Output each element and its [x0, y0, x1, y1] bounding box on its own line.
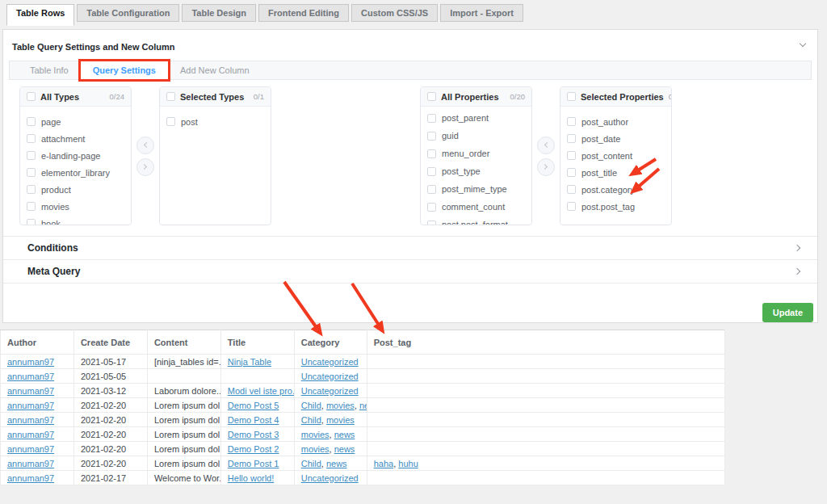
transfer-item-post-date[interactable]: post_date	[560, 130, 671, 147]
cell-link-annuman97[interactable]: annuman97	[7, 386, 54, 396]
tab-custom-css-js[interactable]: Custom CSS/JS	[351, 4, 438, 22]
cell-link-news[interactable]: news	[334, 430, 355, 439]
cell-link-modi-vel-iste-pro[interactable]: Modi vel iste pro...	[228, 386, 294, 396]
select-all-checkbox[interactable]	[427, 92, 436, 101]
update-button[interactable]: Update	[762, 303, 813, 322]
cell-link-uncategorized[interactable]: Uncategorized	[301, 357, 359, 367]
transfer-item-guid[interactable]: guid	[421, 127, 531, 145]
checkbox[interactable]	[567, 185, 576, 194]
checkbox[interactable]	[427, 203, 436, 212]
move-left-button[interactable]	[537, 136, 555, 154]
checkbox[interactable]	[427, 114, 436, 123]
cell-link-annuman97[interactable]: annuman97	[7, 357, 54, 367]
table-row: annuman972021-02-20Lorem ipsum dol...Dem…	[1, 398, 725, 413]
transfer-item-comment-count[interactable]: comment_count	[421, 198, 531, 216]
collapse-chevron-icon[interactable]	[800, 40, 806, 47]
checkbox[interactable]	[166, 117, 175, 126]
cell-link-annuman97[interactable]: annuman97	[7, 444, 54, 454]
cell-link-ninja-table[interactable]: Ninja Table	[228, 357, 271, 367]
cell-link-uncategorized[interactable]: Uncategorized	[301, 372, 359, 381]
cell-link-annuman97[interactable]: annuman97	[7, 459, 54, 468]
checkbox[interactable]	[27, 185, 36, 194]
transfer-item-attachment[interactable]: attachment	[20, 130, 131, 147]
checkbox[interactable]	[27, 117, 36, 126]
checkbox[interactable]	[567, 168, 576, 177]
transfer-item-post-author[interactable]: post_author	[560, 113, 671, 130]
checkbox[interactable]	[567, 134, 576, 143]
checkbox[interactable]	[27, 202, 36, 211]
transfer-item-post-post-format[interactable]: post.post_format	[421, 216, 531, 225]
transfer-item-book[interactable]: book	[20, 215, 131, 225]
cell-link-annuman97[interactable]: annuman97	[7, 401, 54, 410]
checkbox[interactable]	[567, 151, 576, 160]
checkbox[interactable]	[27, 134, 36, 143]
cell-link-movies[interactable]: movies	[301, 430, 330, 439]
cell-link-annuman97[interactable]: annuman97	[7, 430, 54, 439]
transfer-item-product[interactable]: product	[20, 181, 131, 198]
tab-frontend-editing[interactable]: Frontend Editing	[258, 4, 349, 22]
cell-link-demo-post-3[interactable]: Demo Post 3	[228, 430, 279, 439]
cell-link-movies[interactable]: movies	[326, 401, 355, 410]
cell-link-annuman97[interactable]: annuman97	[7, 372, 54, 381]
cell-link-child[interactable]: Child	[301, 415, 321, 425]
transfer-item-menu-order[interactable]: menu_order	[421, 145, 531, 162]
transfer-item-post-parent[interactable]: post_parent	[421, 109, 531, 127]
transfer-item-label: post_mime_type	[442, 184, 507, 194]
tab-table-configuration[interactable]: Table Configuration	[77, 4, 179, 22]
cell-link-annuman97[interactable]: annuman97	[7, 415, 54, 425]
cell-link-demo-post-2[interactable]: Demo Post 2	[228, 444, 279, 454]
sub-tab-add-new-column[interactable]: Add New Column	[168, 61, 262, 79]
select-all-checkbox[interactable]	[27, 92, 36, 101]
move-left-button[interactable]	[136, 136, 154, 154]
meta-query-section[interactable]: Meta Query	[3, 260, 817, 284]
checkbox[interactable]	[27, 168, 36, 177]
cell-link-uncategorized[interactable]: Uncategorized	[301, 473, 359, 483]
tab-table-design[interactable]: Table Design	[182, 4, 256, 22]
cell-link-ne[interactable]: ne...	[359, 401, 367, 410]
cell-link-haha[interactable]: haha	[374, 459, 393, 468]
cell-link-demo-post-1[interactable]: Demo Post 1	[228, 459, 279, 468]
checkbox[interactable]	[427, 220, 436, 226]
cell-link-annuman97[interactable]: annuman97	[7, 473, 54, 483]
transfer-item-elementor-library[interactable]: elementor_library	[20, 164, 131, 181]
cell-link-child[interactable]: Child	[301, 401, 321, 410]
transfer-item-post-content[interactable]: post_content	[560, 147, 671, 164]
move-right-button[interactable]	[537, 158, 555, 176]
conditions-section[interactable]: Conditions	[3, 237, 817, 260]
cell-link-demo-post-5[interactable]: Demo Post 5	[228, 401, 279, 410]
cell-title: Demo Post 3	[220, 427, 294, 442]
sub-tab-table-info[interactable]: Table Info	[18, 61, 81, 79]
cell-link-child[interactable]: Child	[301, 459, 321, 468]
checkbox[interactable]	[427, 132, 436, 141]
checkbox[interactable]	[567, 202, 576, 211]
transfer-item-post-category[interactable]: post.category	[560, 181, 671, 198]
checkbox[interactable]	[427, 185, 436, 194]
tab-import-export[interactable]: Import - Export	[440, 4, 523, 22]
transfer-item-post-post-tag[interactable]: post.post_tag	[560, 198, 671, 215]
transfer-item-page[interactable]: page	[20, 113, 131, 130]
transfer-item-post-type[interactable]: post_type	[421, 162, 531, 180]
select-all-checkbox[interactable]	[567, 92, 576, 101]
transfer-item-e-landing-page[interactable]: e-landing-page	[20, 147, 131, 164]
cell-link-demo-post-4[interactable]: Demo Post 4	[228, 415, 279, 425]
cell-link-huhu[interactable]: huhu	[398, 459, 418, 468]
tab-table-rows[interactable]: Table Rows	[6, 4, 74, 26]
checkbox[interactable]	[427, 149, 436, 158]
cell-link-news[interactable]: news	[334, 444, 355, 454]
checkbox[interactable]	[27, 151, 36, 160]
transfer-item-post-title[interactable]: post_title	[560, 164, 671, 181]
transfer-item-post-mime-type[interactable]: post_mime_type	[421, 180, 531, 198]
checkbox[interactable]	[427, 167, 436, 176]
cell-link-uncategorized[interactable]: Uncategorized	[301, 386, 359, 396]
cell-link-movies[interactable]: movies	[326, 415, 355, 425]
select-all-checkbox[interactable]	[166, 92, 175, 101]
transfer-item-post[interactable]: post	[160, 113, 271, 130]
sub-tab-query-settings[interactable]: Query Settings	[81, 61, 168, 79]
transfer-item-movies[interactable]: movies	[20, 198, 131, 215]
checkbox[interactable]	[567, 117, 576, 126]
cell-link-news[interactable]: news	[326, 459, 347, 468]
cell-link-hello-world[interactable]: Hello world!	[228, 473, 274, 483]
move-right-button[interactable]	[136, 158, 154, 176]
cell-link-movies[interactable]: movies	[301, 444, 330, 454]
checkbox[interactable]	[27, 219, 36, 225]
